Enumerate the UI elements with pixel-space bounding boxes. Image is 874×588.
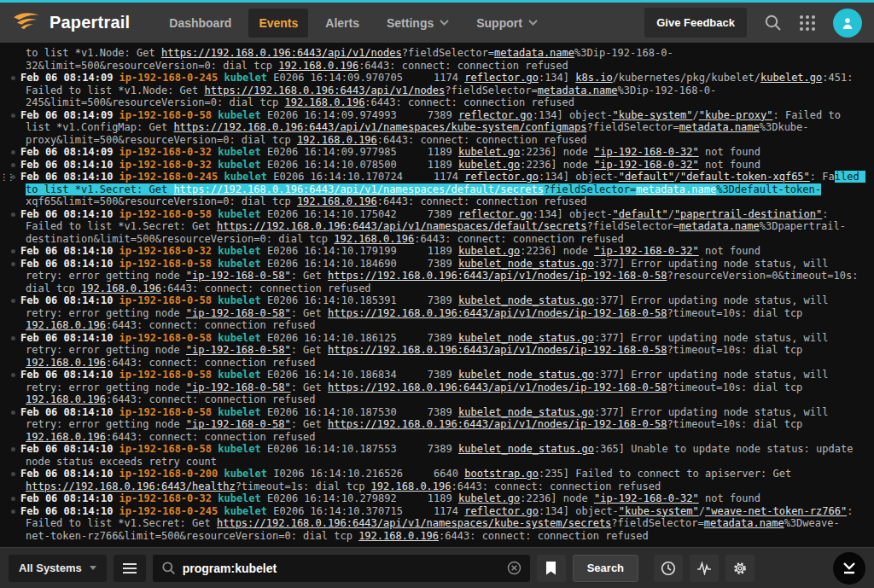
clock-icon [661,561,676,576]
solarwinds-logo-icon [12,10,41,36]
header-search-button[interactable] [764,14,782,32]
save-search-button[interactable] [537,555,566,582]
main-nav: Dashboard Events Alerts Settings Support [159,3,548,43]
gear-icon [732,561,748,576]
drag-handle-icon[interactable]: ⋮⋮ [0,172,14,183]
clear-search-icon[interactable] [507,561,521,575]
top-nav-bar: Papertrail Dashboard Events Alerts Setti… [0,0,874,43]
nav-dashboard[interactable]: Dashboard [159,9,242,38]
search-icon [161,561,176,575]
header-right: Give Feedback [644,8,862,38]
waveform-icon [696,562,712,575]
log-event[interactable]: Feb 06 08:14:10 ip-192-168-0-58 kubelet … [0,258,862,295]
person-icon [839,15,856,32]
log-event[interactable]: Feb 06 08:14:09 ip-192-168-0-32 kubelet … [0,146,862,159]
caret-down-icon [90,566,96,570]
log-event[interactable]: Feb 06 08:14:10 ip-192-168-0-58 kubelet … [0,332,862,370]
log-event-continuation[interactable]: to list *v1.Node: Get https://192.168.0.… [0,47,862,72]
double-chevron-down-icon [842,562,857,575]
event-log[interactable]: to list *v1.Node: Get https://192.168.0.… [0,43,874,547]
apps-grid-button[interactable] [799,15,816,32]
bookmark-icon [545,562,556,575]
log-event[interactable]: Feb 06 08:14:10 ip-192-168-0-32 kubelet … [0,159,862,172]
search-button[interactable]: Search [573,555,638,582]
search-input[interactable] [183,562,500,575]
chevron-down-icon [440,20,449,26]
hamburger-icon [123,563,137,565]
log-event[interactable]: Feb 06 08:14:10 ip-192-168-0-58 kubelet … [0,443,862,468]
log-event[interactable]: Feb 06 08:14:10 ip-192-168-0-58 kubelet … [0,406,862,444]
give-feedback-button[interactable]: Give Feedback [644,8,747,38]
brand[interactable]: Papertrail [12,10,130,36]
log-event[interactable]: Feb 06 08:14:09 ip-192-168-0-58 kubelet … [0,109,862,147]
nav-settings[interactable]: Settings [376,9,459,38]
chevron-down-icon [528,20,538,26]
log-event[interactable]: Feb 06 08:14:10 ip-192-168-0-58 kubelet … [0,294,862,332]
log-velocity-button[interactable] [690,555,719,582]
papertrail-app: Papertrail Dashboard Events Alerts Setti… [0,0,874,588]
log-event[interactable]: Feb 06 08:14:10 ip-192-168-0-58 kubelet … [0,208,862,246]
search-icon [764,14,782,32]
nav-support[interactable]: Support [466,9,548,38]
log-event[interactable]: Feb 06 08:14:10 ip-192-168-0-32 kubelet … [0,492,862,505]
log-event[interactable]: Feb 06 08:14:10 ip-192-168-0-58 kubelet … [0,369,862,406]
user-avatar[interactable] [833,9,862,38]
brand-name: Papertrail [50,13,130,32]
log-event[interactable]: ⋮⋮Feb 06 08:14:10 ip-192-168-0-245 kubel… [0,171,862,208]
log-event[interactable]: Feb 06 08:14:10 ip-192-168-0-200 kubelet… [0,468,862,492]
apps-grid-icon [799,15,816,32]
log-event[interactable]: Feb 06 08:14:10 ip-192-168-0-245 kubelet… [0,505,862,543]
time-jump-button[interactable] [654,555,683,582]
systems-selector[interactable]: All Systems [9,555,107,582]
menu-button[interactable] [114,555,146,582]
settings-button[interactable] [725,555,755,582]
nav-alerts[interactable]: Alerts [315,9,370,38]
footer-tools [654,555,755,582]
search-bar: All Systems Search [0,547,874,588]
log-event[interactable]: Feb 06 08:14:10 ip-192-168-0-32 kubelet … [0,245,862,258]
jump-to-bottom-button[interactable] [833,552,865,585]
search-field[interactable] [153,555,530,582]
nav-events[interactable]: Events [248,9,308,38]
log-event[interactable]: Feb 06 08:14:09 ip-192-168-0-245 kubelet… [0,72,862,109]
